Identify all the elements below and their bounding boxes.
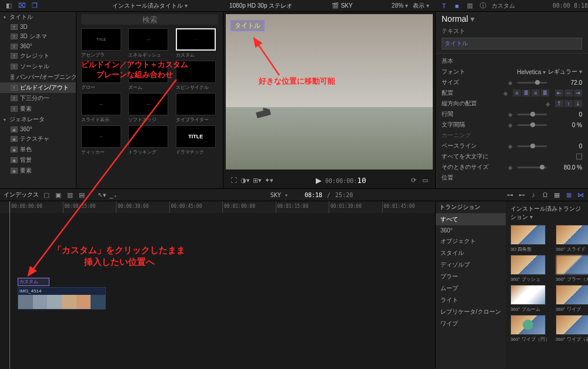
trans-thumb-360slide[interactable]: 360° スライド xyxy=(556,225,588,252)
thumb-tracking[interactable]: トラッキング xyxy=(128,125,171,155)
thumb-slide[interactable]: —スライド表示 xyxy=(81,93,123,123)
title-overlay[interactable]: タイトル xyxy=(230,20,265,31)
sidebar-item-titles[interactable]: タイトル xyxy=(0,12,76,22)
sidebar-item-bumper[interactable]: Tバンパー/オープニング xyxy=(0,72,76,82)
keyframe-icon[interactable]: ◆ xyxy=(508,79,515,86)
solo-icon[interactable]: Ω xyxy=(541,191,549,199)
transform-tool-icon[interactable]: ⊞▾ xyxy=(253,176,261,184)
trans-cat-light[interactable]: ライト xyxy=(436,294,506,306)
thumb-ticker[interactable]: —ティッカー xyxy=(81,125,123,155)
timeline[interactable]: 00:00:00:0000:00:15:0000:00:30:0000:00:4… xyxy=(0,201,435,369)
keyframe-icon[interactable]: ◆ xyxy=(503,90,510,97)
clip-appearance-icon[interactable]: ▦ xyxy=(553,191,561,199)
tool-3-icon[interactable]: ▥ xyxy=(66,191,74,199)
font-style-dropdown[interactable]: Normal xyxy=(442,14,475,24)
trans-thumb-360wipecircle[interactable]: 360° ワイプ（円） xyxy=(510,315,550,343)
trans-cat-object[interactable]: オブジェクト xyxy=(436,235,506,247)
trans-thumb-360blur[interactable]: 360° ブラー（ガウス） xyxy=(556,255,588,282)
sidebar-item-social[interactable]: Tソーシャル xyxy=(0,61,76,72)
keyframe-icon[interactable]: ◆ xyxy=(546,101,553,107)
timeline-ruler[interactable]: 00:00:00:0000:00:15:0000:00:30:0000:00:4… xyxy=(0,201,435,213)
trans-thumb-360push[interactable]: 360° プッシュ xyxy=(510,255,550,282)
thumb-zoom[interactable]: ズーム xyxy=(128,61,171,91)
sidebar-item-3d[interactable]: T3D xyxy=(0,22,76,31)
loop-icon[interactable]: ⟳ xyxy=(409,176,417,184)
thumb-typewriter[interactable]: タイプライター xyxy=(176,93,218,123)
thumb-spincycle[interactable]: スピンサイクル xyxy=(176,61,218,91)
trans-thumb-360bloom[interactable]: 360° ブルーム xyxy=(510,285,550,313)
sidebar-item-credit[interactable]: Tクレジット xyxy=(0,51,76,61)
thumb-dramatic[interactable]: TITLEドラマチック xyxy=(176,125,218,155)
timeline-video-clip[interactable]: IMG_4514 xyxy=(18,287,106,310)
trim-tool-icon[interactable]: ⎯▾ xyxy=(109,191,118,199)
transitions-browser-icon[interactable]: ⋈ xyxy=(576,191,584,199)
allcaps-size-slider[interactable] xyxy=(517,167,547,168)
leading-slider[interactable] xyxy=(517,114,547,115)
viewer-canvas[interactable]: タイトル xyxy=(226,14,433,169)
baseline-value[interactable]: 0 xyxy=(549,143,582,149)
sidebar-item-buildin[interactable]: Tビルドイン/アウト xyxy=(0,82,76,93)
font-family-dropdown[interactable]: Helvetica xyxy=(517,69,546,75)
text-inspector-icon[interactable]: T xyxy=(440,2,448,10)
size-slider[interactable] xyxy=(517,82,547,84)
generator-inspector-icon[interactable]: ▥ xyxy=(466,2,474,10)
arrow-tool-icon[interactable]: ↖▾ xyxy=(98,191,106,199)
transition-browser-header[interactable]: インストール済みトランジション xyxy=(510,205,583,221)
baseline-slider[interactable] xyxy=(517,145,547,147)
keyframe-icon[interactable]: ◆ xyxy=(508,122,515,128)
trans-thumb-360wipefront[interactable]: 360° ワイプ（表） xyxy=(556,315,588,343)
thumb-softedge[interactable]: —ソフトエッジ xyxy=(128,93,171,123)
keyframe-icon[interactable]: ◆ xyxy=(508,164,515,171)
color-tool-icon[interactable]: ◑▾ xyxy=(241,176,249,184)
play-button[interactable]: ▶ xyxy=(316,176,322,185)
trans-cat-all[interactable]: すべて xyxy=(436,214,506,225)
effects-browser-icon[interactable]: ⊞ xyxy=(564,191,573,199)
skimming-icon[interactable]: ⊶ xyxy=(506,191,514,199)
search-input[interactable] xyxy=(81,14,218,25)
sidebar-item-3d-cinema[interactable]: T3D シネマ xyxy=(0,31,76,42)
sidebar-item-texture[interactable]: ◉テクスチャ xyxy=(0,134,76,144)
tool-4-icon[interactable]: ▤ xyxy=(78,191,86,199)
titles-icon[interactable]: ❐ xyxy=(31,2,39,10)
browser-dropdown[interactable]: インストール済みタイトル xyxy=(112,2,188,9)
size-value[interactable]: 72.0 xyxy=(549,79,582,86)
trans-cat-replicator[interactable]: レプリケータ/クローン xyxy=(436,306,506,318)
trans-thumb-360wipe[interactable]: 360° ワイプ xyxy=(556,285,588,313)
title-text-input[interactable]: タイトル xyxy=(442,38,582,49)
align-buttons[interactable]: ≡≣≡≣ ⇤↔⇥ xyxy=(513,89,582,97)
audio-skim-icon[interactable]: ♪ xyxy=(529,191,537,199)
playhead[interactable] xyxy=(9,201,10,369)
tracking-value[interactable]: 0 % xyxy=(549,122,582,128)
keyframe-icon[interactable]: ◆ xyxy=(508,111,515,118)
trans-thumb-3dsquare[interactable]: 3D 四角形 xyxy=(510,225,550,252)
sidebar-item-background[interactable]: ◉背景 xyxy=(0,155,76,165)
view-options-icon[interactable]: ▭ xyxy=(421,176,429,184)
sidebar-item-360[interactable]: T360° xyxy=(0,42,76,51)
thumb-energetic[interactable]: —エネルギッシュ xyxy=(128,28,171,58)
library-icon[interactable]: ◧ xyxy=(5,2,13,10)
allcaps-size-value[interactable]: 80.0 % xyxy=(549,164,582,171)
leading-value[interactable]: 0 xyxy=(549,111,582,118)
sidebar-item-gen360[interactable]: ◉360° xyxy=(0,125,76,134)
timeline-project-dropdown[interactable]: SKY xyxy=(270,192,288,198)
sidebar-item-elements2[interactable]: ◉要素 xyxy=(0,165,76,176)
photos-icon[interactable]: ⌧ xyxy=(18,2,26,10)
sidebar-item-solid[interactable]: ◉単色 xyxy=(0,144,76,155)
trans-cat-wipe[interactable]: ワイプ xyxy=(436,318,506,330)
keyframe-icon[interactable]: ◆ xyxy=(508,143,515,149)
thumb-custom[interactable]: · ·カスタム xyxy=(176,28,218,58)
sidebar-item-generators[interactable]: ジェネレータ xyxy=(0,114,76,125)
tracking-slider[interactable] xyxy=(517,124,547,126)
video-inspector-icon[interactable]: ■ xyxy=(453,2,461,10)
trans-cat-move[interactable]: ムーブ xyxy=(436,282,506,294)
trans-cat-blur[interactable]: ブラー xyxy=(436,271,506,282)
trans-cat-style[interactable]: スタイル xyxy=(436,247,506,259)
allcaps-checkbox[interactable] xyxy=(576,154,582,159)
thumb-assembler[interactable]: TITLEアセンブラ xyxy=(81,28,123,58)
trans-cat-360[interactable]: 360° xyxy=(436,225,506,235)
valign-buttons[interactable]: ⤒↕⤓ xyxy=(555,100,582,107)
fullscreen-icon[interactable]: ⛶ xyxy=(229,176,238,184)
display-dropdown[interactable]: 表示 xyxy=(413,2,429,9)
zoom-dropdown[interactable]: 28% xyxy=(392,2,408,9)
snap-icon[interactable]: ⊷ xyxy=(517,191,526,199)
